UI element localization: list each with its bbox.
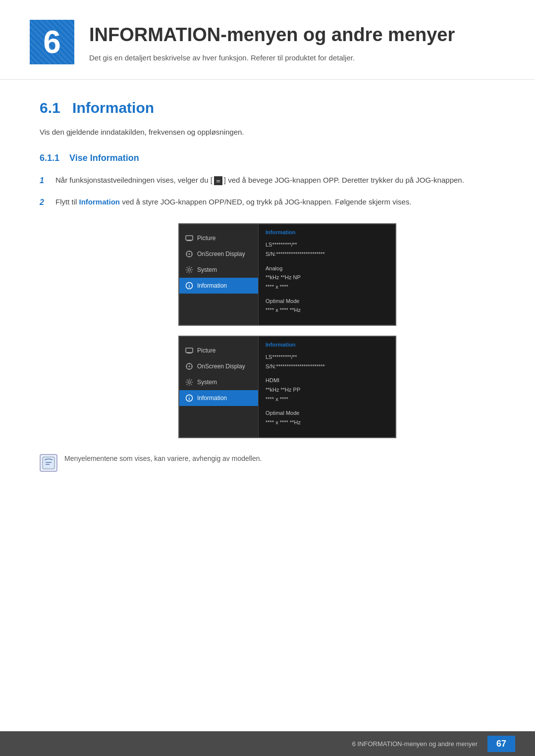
info-optimal-val-2: **** x **** **Hz bbox=[266, 418, 388, 427]
menu-icon-inline: ⚌ bbox=[214, 176, 222, 185]
info-ls-2: LS*********/** bbox=[266, 353, 388, 362]
page-footer: 6 INFORMATION-menyen og andre menyer 67 bbox=[0, 731, 535, 756]
info-header-1: Information bbox=[266, 229, 388, 235]
menu-label-onscreen-1: OnScreen Display bbox=[197, 251, 245, 257]
steps-list: 1 Når funksjonstastveiledningen vises, v… bbox=[40, 174, 495, 208]
menu-label-information-2: Information bbox=[197, 395, 227, 402]
footer-page-number: 67 bbox=[487, 736, 515, 752]
info-sn-1: S/N:*********************** bbox=[266, 250, 388, 259]
menu-content-1: Information LS*********/** S/N:*********… bbox=[259, 224, 395, 325]
info-group-1c: Optimal Mode **** x **** **Hz bbox=[266, 297, 388, 315]
step-1: 1 Når funksjonstastveiledningen vises, v… bbox=[40, 174, 495, 187]
step-2-text: Flytt til Information ved å styre JOG-kn… bbox=[55, 196, 495, 208]
subsection-title: 6.1.1 Vise Information bbox=[40, 153, 495, 163]
info-header-2: Information bbox=[266, 342, 388, 348]
step-2-highlight: Information bbox=[79, 198, 120, 206]
onscreen-icon-1 bbox=[185, 250, 193, 258]
menu-item-picture-2: Picture bbox=[179, 343, 258, 358]
info-signal-2: HDMI bbox=[266, 376, 388, 385]
section-number: 6.1 bbox=[40, 100, 60, 116]
step-2: 2 Flytt til Information ved å styre JOG-… bbox=[40, 196, 495, 209]
menu-label-picture-1: Picture bbox=[197, 235, 215, 242]
menu-sidebar-1: Picture OnScreen Display bbox=[179, 224, 259, 325]
info-sn-2: S/N:*********************** bbox=[266, 362, 388, 371]
note-box: Menyelementene som vises, kan variere, a… bbox=[40, 453, 495, 472]
onscreen-icon-2 bbox=[185, 362, 193, 370]
step-2-number: 2 bbox=[40, 196, 50, 209]
chapter-number: 6 bbox=[30, 20, 74, 64]
menu-label-information-1: Information bbox=[197, 282, 227, 289]
page-title: INFORMATION-menyen og andre menyer bbox=[89, 24, 455, 47]
menu-label-onscreen-2: OnScreen Display bbox=[197, 363, 245, 370]
info-signal-1: Analog bbox=[266, 264, 388, 273]
section-title: 6.1 Information bbox=[40, 100, 495, 116]
info-ls-1: LS*********/** bbox=[266, 240, 388, 250]
header-text-block: INFORMATION-menyen og andre menyer Det g… bbox=[89, 20, 455, 63]
note-icon bbox=[40, 454, 57, 472]
section-description: Vis den gjeldende inndatakilden, frekven… bbox=[40, 126, 495, 138]
svg-text:i: i bbox=[189, 396, 190, 401]
info-group-2b: HDMI **kHz **Hz PP **** x **** bbox=[266, 376, 388, 403]
subsection-title-text: Vise Information bbox=[69, 153, 139, 163]
svg-point-9 bbox=[188, 269, 191, 271]
info-icon-2: i bbox=[185, 394, 193, 402]
menu-item-onscreen-2: OnScreen Display bbox=[179, 358, 258, 374]
footer-text: 6 INFORMATION-menyen og andre menyer bbox=[352, 740, 478, 748]
svg-rect-0 bbox=[186, 236, 193, 240]
menu-item-system-2: System bbox=[179, 374, 258, 390]
info-res-1: **** x **** bbox=[266, 282, 388, 292]
info-group-1a: LS*********/** S/N:*********************… bbox=[266, 240, 388, 258]
info-freq-1: **kHz **Hz NP bbox=[266, 273, 388, 282]
svg-point-4 bbox=[189, 253, 190, 255]
info-group-2c: Optimal Mode **** x **** **Hz bbox=[266, 408, 388, 427]
info-icon-1: i bbox=[185, 282, 193, 290]
info-group-2a: LS*********/** S/N:*********************… bbox=[266, 353, 388, 371]
menu-sidebar-2: Picture OnScreen Display bbox=[179, 337, 259, 437]
menu-item-onscreen-1: OnScreen Display bbox=[179, 246, 258, 262]
menu-item-picture-1: Picture bbox=[179, 230, 258, 246]
info-optimal-label-2: Optimal Mode bbox=[266, 408, 388, 418]
subsection-number: 6.1.1 bbox=[40, 153, 59, 163]
picture-icon-2 bbox=[185, 347, 193, 354]
page-subtitle: Det gis en detaljert beskrivelse av hver… bbox=[89, 52, 455, 64]
menu-item-information-1: i Information bbox=[179, 278, 258, 294]
svg-point-16 bbox=[189, 366, 190, 367]
info-optimal-label-1: Optimal Mode bbox=[266, 297, 388, 306]
monitor-ui-1: Picture OnScreen Display bbox=[178, 223, 396, 326]
picture-icon-1 bbox=[185, 234, 193, 242]
step-1-number: 1 bbox=[40, 174, 50, 187]
menu-label-system-1: System bbox=[197, 266, 217, 273]
menu-item-system-1: System bbox=[179, 262, 258, 278]
info-optimal-val-1: **** x **** **Hz bbox=[266, 305, 388, 315]
info-res-2: **** x **** bbox=[266, 395, 388, 404]
info-group-1b: Analog **kHz **Hz NP **** x **** bbox=[266, 264, 388, 292]
menu-label-picture-2: Picture bbox=[197, 347, 215, 354]
svg-text:i: i bbox=[189, 284, 190, 289]
note-text: Menyelementene som vises, kan variere, a… bbox=[64, 453, 262, 464]
step-1-text: Når funksjonstastveiledningen vises, vel… bbox=[55, 174, 495, 186]
menu-content-2: Information LS*********/** S/N:*********… bbox=[259, 337, 395, 437]
monitor-ui-2: Picture OnScreen Display bbox=[178, 336, 396, 438]
svg-rect-12 bbox=[186, 348, 193, 353]
system-icon-1 bbox=[185, 266, 193, 274]
main-content: 6.1 Information Vis den gjeldende inndat… bbox=[0, 100, 535, 472]
system-icon-2 bbox=[185, 378, 193, 386]
screenshots-container: Picture OnScreen Display bbox=[79, 223, 495, 438]
svg-point-21 bbox=[188, 381, 191, 384]
page-header: 6 INFORMATION-menyen og andre menyer Det… bbox=[0, 0, 535, 80]
section-title-text: Information bbox=[72, 100, 154, 116]
menu-item-information-2: i Information bbox=[179, 390, 258, 406]
info-freq-2: **kHz **Hz PP bbox=[266, 385, 388, 395]
menu-label-system-2: System bbox=[197, 379, 217, 386]
